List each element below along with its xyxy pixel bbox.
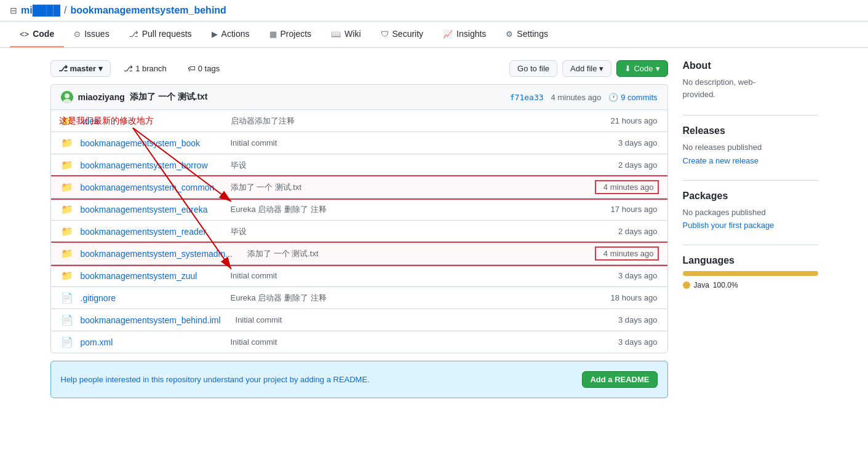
file-name-link[interactable]: .gitignore: [81, 293, 216, 303]
create-release-link[interactable]: Create a new release: [683, 156, 818, 165]
owner-link[interactable]: mi████: [21, 5, 60, 16]
table-row: 📁 bookmanagementsystem_book Initial comm…: [51, 132, 667, 154]
security-icon: 🛡: [381, 29, 389, 39]
tab-actions[interactable]: ▶ Actions: [202, 22, 260, 47]
table-row: 📁 bookmanagementsystem_reader 毕设 2 days …: [51, 221, 667, 243]
go-to-file-button[interactable]: Go to file: [509, 60, 557, 77]
folder-icon: 📁: [61, 137, 73, 149]
repo-icon: ⊟: [10, 6, 17, 15]
file-time: 18 hours ago: [596, 293, 658, 302]
lang-bar: [683, 271, 818, 276]
download-icon: ⬇: [624, 64, 631, 73]
table-row: 📁 bookmanagementsystem_eureka Eureka 启动器…: [51, 199, 667, 221]
java-lang-dot: [683, 281, 690, 289]
commit-message: 添加了 一个 测试.txt: [130, 92, 208, 103]
commit-bar: miaoziyang 添加了 一个 测试.txt f71ea33 4 minut…: [50, 84, 668, 110]
add-readme-button[interactable]: Add a README: [582, 371, 657, 388]
file-time: 3 days ago: [596, 138, 658, 147]
chevron-down-icon: ▾: [98, 64, 103, 73]
file-name-link[interactable]: bookmanagementsystem_book: [81, 138, 216, 148]
file-time: 3 days ago: [596, 337, 658, 347]
folder-icon: 📁: [61, 248, 73, 259]
commits-count-link[interactable]: 🕐 9 commits: [608, 93, 657, 102]
table-row: 📄 .gitignore Eureka 启动器 删除了 注释 18 hours …: [51, 287, 667, 309]
table-row: 📁 bookmanagementsystem_common 添加了 一个 测试.…: [51, 176, 667, 199]
branch-count-link[interactable]: ⎇ 1 branch: [116, 60, 175, 77]
file-time: 17 hours ago: [596, 205, 658, 214]
tag-count-link[interactable]: 🏷 0 tags: [180, 60, 228, 77]
lang-item: Java 100.0%: [683, 281, 818, 289]
code-icon: <>: [20, 29, 29, 39]
file-commit-msg: Eureka 启动器 删除了 注释: [223, 293, 589, 304]
file-commit-msg: Initial commit: [223, 138, 589, 147]
languages-title: Languages: [683, 255, 818, 266]
file-time: 4 minutes ago: [596, 248, 658, 259]
tab-code[interactable]: <> Code: [10, 22, 64, 47]
issues-icon: ⊙: [74, 29, 81, 39]
file-commit-msg: Eureka 启动器 删除了 注释: [223, 204, 589, 215]
file-commit-msg: 启动器添加了注释: [223, 116, 589, 127]
file-name-link[interactable]: bookmanagementsystem_behind.iml: [81, 315, 221, 325]
tab-wiki[interactable]: 📖 Wiki: [321, 22, 370, 47]
repo-link[interactable]: bookmanagementsystem_behind: [70, 5, 226, 16]
java-lang-percent: 100.0%: [713, 281, 738, 289]
file-time: 3 days ago: [596, 271, 658, 280]
sidebar-divider-2: [683, 180, 818, 181]
languages-section: Languages Java 100.0%: [683, 255, 818, 289]
add-file-button[interactable]: Add file ▾: [562, 60, 611, 77]
tab-settings[interactable]: ⚙ Settings: [496, 22, 558, 47]
file-doc-icon: 📄: [61, 336, 73, 348]
branch-selector[interactable]: ⎇ master ▾: [50, 60, 111, 77]
avatar: [61, 91, 73, 103]
tab-issues[interactable]: ⊙ Issues: [64, 22, 119, 47]
about-section: About No description, web-provided.: [683, 60, 818, 100]
commit-bar-right: f71ea33 4 minutes ago 🕐 9 commits: [510, 93, 658, 102]
folder-icon: 📁: [61, 203, 73, 215]
tag-icon: 🏷: [188, 64, 196, 73]
table-row: 📁 bookmanagementsystem_systemadm... 添加了 …: [51, 243, 667, 265]
file-time: 4 minutes ago: [596, 181, 658, 193]
branch-icon: ⎇: [58, 64, 68, 73]
file-time: 2 days ago: [596, 227, 658, 236]
file-name-link[interactable]: bookmanagementsystem_zuul: [81, 271, 216, 281]
file-name-link[interactable]: bookmanagementsystem_common: [81, 183, 216, 192]
file-name-link[interactable]: .idea: [81, 116, 216, 126]
svg-point-4: [65, 93, 70, 98]
tab-security[interactable]: 🛡 Security: [371, 22, 434, 47]
header-bar: ⊟ mi████ / bookmanagementsystem_behind: [0, 0, 868, 22]
tab-insights[interactable]: 📈 Insights: [433, 22, 496, 47]
commit-hash-link[interactable]: f71ea33: [510, 93, 544, 102]
table-row: 📁 bookmanagementsystem_borrow 毕设 2 days …: [51, 154, 667, 176]
table-row: 📁 bookmanagementsystem_zuul Initial comm…: [51, 265, 667, 287]
publish-package-link[interactable]: Publish your first package: [683, 221, 818, 230]
code-button[interactable]: ⬇ Code ▾: [616, 60, 667, 77]
commit-time: 4 minutes ago: [551, 93, 602, 102]
file-name-link[interactable]: bookmanagementsystem_borrow: [81, 160, 216, 170]
file-commit-msg: Initial commit: [223, 271, 589, 280]
file-name-link[interactable]: pom.xml: [81, 337, 216, 347]
chevron-down-icon-code: ▾: [656, 64, 660, 73]
nav-tabs: <> Code ⊙ Issues ⎇ Pull requests ▶ Actio…: [0, 22, 868, 48]
tab-projects[interactable]: ▦ Projects: [260, 22, 322, 47]
commit-username[interactable]: miaoziyang: [78, 92, 125, 102]
file-name-link[interactable]: bookmanagementsystem_reader: [81, 227, 216, 237]
file-name-link[interactable]: bookmanagementsystem_systemadm...: [81, 249, 233, 259]
file-commit-msg: Initial commit: [223, 337, 589, 347]
tab-pull-requests[interactable]: ⎇ Pull requests: [119, 22, 202, 47]
pr-icon: ⎇: [129, 29, 138, 39]
chevron-down-icon-addfile: ▾: [599, 64, 603, 73]
no-packages-text: No packages published: [683, 206, 818, 219]
file-doc-icon: 📄: [61, 292, 73, 304]
file-time: 21 hours ago: [596, 116, 658, 125]
repo-title: ⊟ mi████ / bookmanagementsystem_behind: [10, 5, 226, 16]
folder-icon: 📁: [61, 270, 73, 281]
about-title: About: [683, 60, 818, 71]
file-time: 2 days ago: [596, 160, 658, 170]
projects-icon: ▦: [269, 29, 277, 39]
separator: /: [64, 5, 66, 16]
file-commit-msg: Initial commit: [228, 315, 589, 324]
file-commit-msg: 添加了 一个 测试.txt: [240, 248, 589, 259]
file-name-link[interactable]: bookmanagementsystem_eureka: [81, 205, 216, 214]
sidebar-divider-3: [683, 245, 818, 245]
folder-icon: 📁: [61, 115, 73, 127]
